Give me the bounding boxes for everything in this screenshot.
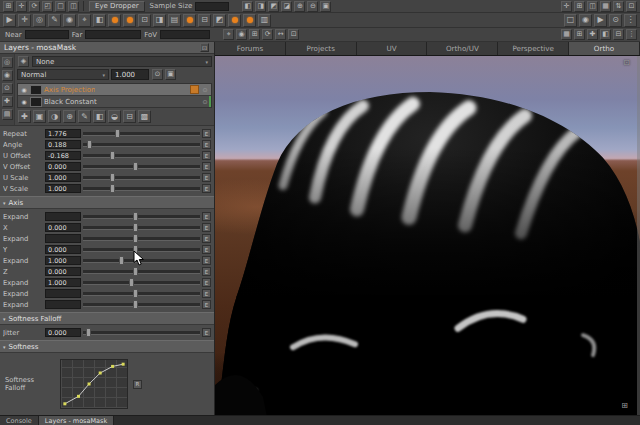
add-icon[interactable]: ✚ xyxy=(2,96,13,107)
slider-handle[interactable] xyxy=(86,328,91,337)
paint-mode-icon[interactable]: ◧ xyxy=(242,1,253,12)
viewport-tab[interactable]: Ortho/UV xyxy=(427,42,498,55)
property-value-input[interactable] xyxy=(45,234,81,243)
symmetry-toggle-icon[interactable] xyxy=(183,14,196,27)
mirror-tool-icon[interactable]: ◫ xyxy=(68,1,79,12)
add-adjustment-icon[interactable]: ◑ xyxy=(48,110,61,123)
property-value-input[interactable]: 1.000 xyxy=(45,256,81,265)
expression-button[interactable]: E xyxy=(202,184,211,193)
property-slider[interactable] xyxy=(83,212,200,221)
swatch-mode-icon[interactable]: ▣ xyxy=(320,1,331,12)
softness-section-header[interactable]: ▾ Softness xyxy=(0,340,214,353)
property-slider[interactable] xyxy=(83,223,200,232)
target-tool-icon[interactable]: ⌖ xyxy=(78,14,91,27)
softness-falloff-section-header[interactable]: ▾ Softness Falloff xyxy=(0,312,214,325)
curve-point-handle[interactable] xyxy=(77,395,80,398)
property-value-input[interactable]: 1.000 xyxy=(45,173,81,182)
shader-layer-icon[interactable]: ◒ xyxy=(108,110,121,123)
property-value-input[interactable] xyxy=(45,289,81,298)
marquee-select-icon[interactable]: □ xyxy=(55,1,66,12)
layer-visibility-icon[interactable]: ◉ xyxy=(20,98,28,105)
slider-handle[interactable] xyxy=(133,289,138,298)
slider-handle[interactable] xyxy=(110,173,115,182)
curve-point-handle[interactable] xyxy=(88,383,91,386)
expression-button[interactable]: E xyxy=(202,234,211,243)
viewport-tab[interactable]: Forums xyxy=(215,42,286,55)
fit-view-icon[interactable]: ⊡ xyxy=(288,29,299,40)
clone-mode-icon[interactable]: ◩ xyxy=(268,1,279,12)
visibility-icon[interactable]: ◉ xyxy=(2,70,13,81)
expression-button[interactable]: E xyxy=(202,212,211,221)
softness-curve-editor[interactable] xyxy=(60,359,128,409)
expression-button[interactable]: E xyxy=(202,245,211,254)
curve-point-handle[interactable] xyxy=(122,363,125,366)
property-slider[interactable] xyxy=(83,278,200,287)
expression-button[interactable]: E xyxy=(202,173,211,182)
more-options-icon[interactable]: ⋮ xyxy=(624,14,637,27)
expression-button[interactable]: E xyxy=(202,129,211,138)
curve-point-handle[interactable] xyxy=(111,365,114,368)
list-view-icon[interactable]: ▤ xyxy=(2,109,13,120)
shade-mode-icon[interactable]: ◧ xyxy=(600,29,611,40)
filter-tool-icon[interactable]: ▥ xyxy=(258,14,271,27)
property-slider[interactable] xyxy=(83,140,200,149)
expression-button[interactable]: E xyxy=(202,256,211,265)
jitter-slider[interactable] xyxy=(83,328,200,337)
expression-button[interactable]: E xyxy=(202,267,211,276)
lighting-toggle-icon[interactable] xyxy=(228,14,241,27)
slider-handle[interactable] xyxy=(133,212,138,221)
wireframe-mode-icon[interactable]: ⊟ xyxy=(613,29,624,40)
merge-layers-icon[interactable]: ⊕ xyxy=(63,110,76,123)
property-slider[interactable] xyxy=(83,300,200,309)
gradient-tool-icon[interactable]: ◨ xyxy=(153,14,166,27)
layer-filter-dropdown[interactable]: None ▾ xyxy=(32,56,212,67)
expression-button[interactable]: E xyxy=(202,328,211,337)
paint-layer-icon[interactable]: ✎ xyxy=(78,110,91,123)
curve-point-handle[interactable] xyxy=(99,372,102,375)
property-value-input[interactable]: 0.000 xyxy=(45,245,81,254)
subtract-mode-icon[interactable]: ⊖ xyxy=(307,1,318,12)
property-slider[interactable] xyxy=(83,267,200,276)
play-icon[interactable]: ▶ xyxy=(594,14,607,27)
property-value-input[interactable] xyxy=(45,212,81,221)
bottom-tab[interactable]: Console xyxy=(0,416,39,425)
slider-handle[interactable] xyxy=(129,278,134,287)
zoom-tool-icon[interactable]: ◎ xyxy=(33,14,46,27)
property-value-input[interactable]: -0.168 xyxy=(45,151,81,160)
slider-handle[interactable] xyxy=(110,151,115,160)
snap-toggle-icon[interactable]: ✛ xyxy=(561,1,572,12)
overflow-menu-icon[interactable]: ⋮ xyxy=(626,29,637,40)
layers-panel-titlebar[interactable]: Layers - mosaMask ⊡ xyxy=(0,42,214,54)
add-mode-icon[interactable]: ⊕ xyxy=(294,1,305,12)
remove-layer-icon[interactable]: ⊟ xyxy=(123,110,136,123)
viewport-canvas[interactable]: ⊡ ⊞ xyxy=(215,56,640,415)
Axis Projection[interactable]: ◉ Axis Projection ⊙ xyxy=(18,84,211,95)
menu-grid-icon[interactable]: ⊞ xyxy=(3,1,14,12)
slider-handle[interactable] xyxy=(133,300,138,309)
far-input[interactable] xyxy=(85,30,141,39)
expression-button[interactable]: E xyxy=(202,223,211,232)
expression-button[interactable]: E xyxy=(202,151,211,160)
lock-alpha-icon[interactable]: ⊙ xyxy=(152,69,163,80)
pointer-tool-icon[interactable]: ▶ xyxy=(3,14,16,27)
property-value-input[interactable]: 1.776 xyxy=(45,129,81,138)
viewport-tab[interactable]: UV xyxy=(357,42,428,55)
warp-tool-icon[interactable]: ◩ xyxy=(213,14,226,27)
brush-tool-icon[interactable]: ◉ xyxy=(63,14,76,27)
pencil-tool-icon[interactable]: ✎ xyxy=(48,14,61,27)
blur-mode-icon[interactable]: ◪ xyxy=(281,1,292,12)
erase-mode-icon[interactable]: ◨ xyxy=(255,1,266,12)
property-slider[interactable] xyxy=(83,129,200,138)
bottom-tab[interactable]: Layers - mosaMask xyxy=(39,416,114,425)
expression-button[interactable]: E xyxy=(202,278,211,287)
property-value-input[interactable]: 0.000 xyxy=(45,267,81,276)
projection-toggle-icon[interactable] xyxy=(108,14,121,27)
slider-handle[interactable] xyxy=(133,162,138,171)
layer-options-icon[interactable]: ▣ xyxy=(165,69,176,80)
slider-handle[interactable] xyxy=(133,245,138,254)
add-view-icon[interactable]: ✚ xyxy=(587,29,598,40)
stencil-tool-icon[interactable]: ⊡ xyxy=(138,14,151,27)
layer-lock-icon[interactable]: ⊙ xyxy=(201,98,209,105)
property-value-input[interactable]: 0.000 xyxy=(45,223,81,232)
property-value-input[interactable]: 1.000 xyxy=(45,184,81,193)
